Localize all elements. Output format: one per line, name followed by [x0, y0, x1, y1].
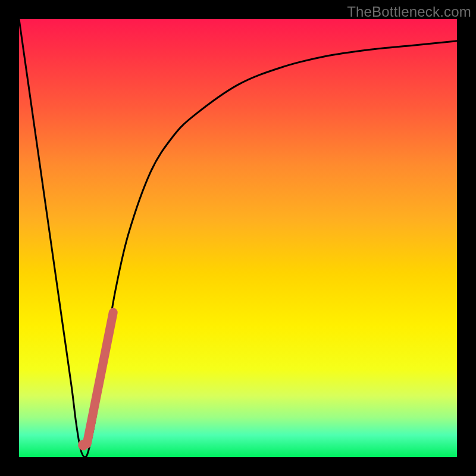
plot-area	[19, 19, 457, 457]
curve-layer	[19, 19, 457, 457]
highlight-endpoint	[78, 440, 89, 450]
attribution-text: TheBottleneck.com	[347, 4, 471, 20]
highlight-segment	[87, 312, 113, 444]
bottleneck-curve	[19, 19, 457, 457]
chart-frame: TheBottleneck.com	[0, 0, 476, 476]
